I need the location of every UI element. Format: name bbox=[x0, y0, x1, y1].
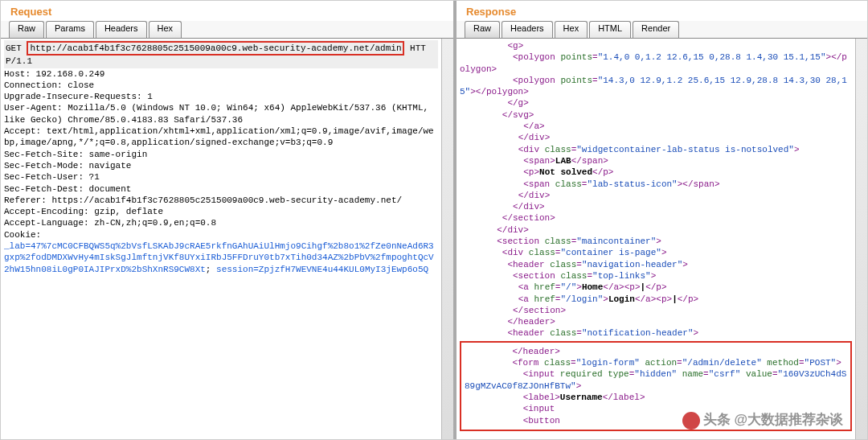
response-line[interactable]: </div> bbox=[460, 201, 852, 212]
response-tabbar: RawHeadersHexHTMLRender bbox=[457, 21, 867, 39]
avatar-icon bbox=[682, 412, 700, 430]
response-title: Response bbox=[457, 1, 867, 21]
request-tabbar: RawParamsHeadersHex bbox=[1, 21, 453, 39]
request-header[interactable]: Sec-Fetch-Site: same-origin bbox=[4, 149, 438, 160]
cookie-value[interactable]: _lab=47%7cMC0CFBQWS5q%2bVsfLSKAbJ9cRAE5r… bbox=[4, 241, 438, 275]
response-line[interactable]: <div class="widgetcontainer-lab-status i… bbox=[460, 144, 852, 155]
response-line[interactable]: </svg> bbox=[460, 109, 852, 121]
response-line[interactable]: <polygon points="1.4,0 0,1.2 12.6,15 0,2… bbox=[460, 51, 852, 75]
response-line[interactable]: </div> bbox=[460, 224, 852, 236]
request-title: Request bbox=[1, 1, 453, 21]
request-header[interactable]: User-Agent: Mozilla/5.0 (Windows NT 10.0… bbox=[4, 102, 438, 125]
request-header[interactable]: Sec-Fetch-Dest: document bbox=[4, 183, 438, 195]
cookie-header[interactable]: Cookie: bbox=[4, 229, 438, 241]
response-line[interactable]: <span>LAB</span> bbox=[460, 155, 852, 167]
response-line[interactable]: </section> bbox=[460, 305, 852, 316]
tab-params[interactable]: Params bbox=[46, 21, 94, 38]
tab-raw[interactable]: Raw bbox=[9, 21, 44, 38]
response-line[interactable]: <header class="notification-header"> bbox=[460, 327, 852, 339]
tab-raw[interactable]: Raw bbox=[465, 21, 500, 38]
tab-headers[interactable]: Headers bbox=[502, 21, 553, 38]
tab-hex[interactable]: Hex bbox=[555, 21, 588, 38]
response-line[interactable]: </div> bbox=[460, 132, 852, 143]
request-line[interactable]: GET http://acab1f4b1f3c7628805c2515009a0… bbox=[4, 40, 438, 68]
watermark: 头条 @大数据推荐杂谈 bbox=[682, 410, 843, 430]
request-panel: Request RawParamsHeadersHex GET http://a… bbox=[1, 1, 457, 439]
request-header[interactable]: Upgrade-Insecure-Requests: 1 bbox=[4, 91, 438, 102]
tab-render[interactable]: Render bbox=[633, 21, 679, 38]
tab-html[interactable]: HTML bbox=[589, 21, 631, 38]
response-line[interactable]: <form class="login-form" action="/admin/… bbox=[465, 357, 847, 368]
response-line[interactable]: <header class="navigation-header"> bbox=[460, 259, 852, 270]
response-line[interactable]: <a href="/login">Login</a><p>|</p> bbox=[460, 294, 852, 305]
response-panel: Response RawHeadersHexHTMLRender <g> <po… bbox=[457, 1, 867, 439]
request-raw-content[interactable]: GET http://acab1f4b1f3c7628805c2515009a0… bbox=[1, 39, 441, 439]
request-header[interactable]: Host: 192.168.0.249 bbox=[4, 68, 438, 80]
request-header[interactable]: Connection: close bbox=[4, 80, 438, 91]
request-header[interactable]: Accept-Encoding: gzip, deflate bbox=[4, 206, 438, 217]
scrollbar[interactable] bbox=[855, 39, 867, 439]
response-line[interactable]: <section class="top-links"> bbox=[460, 270, 852, 282]
response-line[interactable]: </header> bbox=[465, 346, 847, 357]
scrollbar[interactable] bbox=[441, 39, 453, 439]
request-header[interactable]: Referer: https://acab1f4b1f3c7628805c251… bbox=[4, 195, 438, 206]
response-raw-content[interactable]: <g> <polygon points="1.4,0 0,1.2 12.6,15… bbox=[457, 39, 855, 439]
response-line[interactable]: </header> bbox=[460, 316, 852, 327]
tab-headers[interactable]: Headers bbox=[96, 21, 147, 38]
response-line[interactable]: </section> bbox=[460, 212, 852, 224]
response-line[interactable]: <g> bbox=[460, 40, 852, 51]
response-line[interactable]: <label>Username</label> bbox=[465, 392, 847, 403]
response-line[interactable]: <p>Not solved</p> bbox=[460, 167, 852, 178]
response-line[interactable]: <div class="container is-page"> bbox=[460, 247, 852, 258]
response-line[interactable]: <a href="/">Home</a><p>|</p> bbox=[460, 282, 852, 293]
tab-hex[interactable]: Hex bbox=[149, 21, 182, 38]
response-line[interactable]: </a> bbox=[460, 121, 852, 132]
response-line[interactable]: </div> bbox=[460, 190, 852, 201]
request-header[interactable]: Sec-Fetch-User: ?1 bbox=[4, 171, 438, 183]
highlighted-url: http://acab1f4b1f3c7628805c2515009a00c9.… bbox=[27, 41, 404, 56]
request-header[interactable]: Sec-Fetch-Mode: navigate bbox=[4, 160, 438, 171]
response-line[interactable]: <span class="lab-status-icon"></span> bbox=[460, 179, 852, 190]
response-line[interactable]: <section class="maincontainer"> bbox=[460, 236, 852, 247]
response-line[interactable]: </g> bbox=[460, 97, 852, 109]
request-header[interactable]: Accept-Language: zh-CN,zh;q=0.9,en;q=0.8 bbox=[4, 217, 438, 228]
request-header[interactable]: Accept: text/html,application/xhtml+xml,… bbox=[4, 125, 438, 149]
response-line[interactable]: <input required type="hidden" name="csrf… bbox=[465, 368, 847, 392]
response-line[interactable]: <polygon points="14.3,0 12.9,1.2 25.6,15… bbox=[460, 75, 852, 98]
